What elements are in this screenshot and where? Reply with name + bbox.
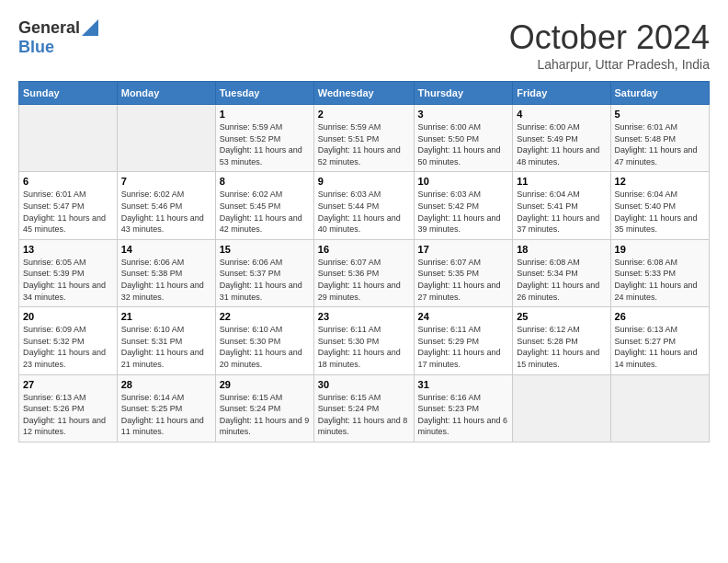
day-number: 29 bbox=[220, 379, 310, 390]
day-info: Sunrise: 6:06 AMSunset: 5:37 PMDaylight:… bbox=[220, 257, 310, 303]
calendar-cell: 15Sunrise: 6:06 AMSunset: 5:37 PMDayligh… bbox=[215, 239, 313, 306]
day-info: Sunrise: 6:02 AMSunset: 5:46 PMDaylight:… bbox=[121, 189, 211, 235]
day-number: 12 bbox=[615, 176, 705, 187]
day-number: 21 bbox=[121, 311, 211, 322]
logo-blue-text: Blue bbox=[18, 38, 54, 56]
calendar-cell: 27Sunrise: 6:13 AMSunset: 5:26 PMDayligh… bbox=[19, 374, 118, 442]
day-info: Sunrise: 6:15 AMSunset: 5:24 PMDaylight:… bbox=[318, 392, 410, 438]
calendar-cell: 3Sunrise: 6:00 AMSunset: 5:50 PMDaylight… bbox=[414, 105, 513, 172]
day-number: 23 bbox=[318, 311, 410, 322]
day-info: Sunrise: 6:09 AMSunset: 5:32 PMDaylight:… bbox=[23, 324, 113, 370]
title-block: October 2024 Laharpur, Uttar Pradesh, In… bbox=[509, 18, 710, 72]
day-info: Sunrise: 6:12 AMSunset: 5:28 PMDaylight:… bbox=[517, 324, 606, 370]
day-info: Sunrise: 6:13 AMSunset: 5:26 PMDaylight:… bbox=[23, 392, 113, 438]
day-info: Sunrise: 6:06 AMSunset: 5:38 PMDaylight:… bbox=[121, 257, 211, 303]
day-number: 10 bbox=[418, 176, 509, 187]
calendar-cell: 26Sunrise: 6:13 AMSunset: 5:27 PMDayligh… bbox=[610, 307, 709, 374]
day-number: 4 bbox=[517, 109, 606, 120]
calendar-cell: 9Sunrise: 6:03 AMSunset: 5:44 PMDaylight… bbox=[313, 172, 414, 239]
day-info: Sunrise: 6:07 AMSunset: 5:35 PMDaylight:… bbox=[418, 257, 509, 303]
calendar-cell: 19Sunrise: 6:08 AMSunset: 5:33 PMDayligh… bbox=[610, 239, 709, 306]
day-info: Sunrise: 6:03 AMSunset: 5:44 PMDaylight:… bbox=[318, 189, 410, 235]
month-title: October 2024 bbox=[509, 18, 710, 57]
day-number: 7 bbox=[121, 176, 211, 187]
day-info: Sunrise: 6:00 AMSunset: 5:50 PMDaylight:… bbox=[418, 121, 509, 167]
logo-triangle-icon bbox=[82, 19, 98, 36]
day-info: Sunrise: 6:04 AMSunset: 5:40 PMDaylight:… bbox=[615, 189, 705, 235]
day-info: Sunrise: 6:08 AMSunset: 5:33 PMDaylight:… bbox=[615, 257, 705, 303]
calendar-cell: 4Sunrise: 6:00 AMSunset: 5:49 PMDaylight… bbox=[513, 105, 610, 172]
day-number: 15 bbox=[220, 244, 310, 255]
day-info: Sunrise: 6:05 AMSunset: 5:39 PMDaylight:… bbox=[23, 257, 113, 303]
calendar-cell bbox=[610, 374, 709, 442]
day-info: Sunrise: 6:10 AMSunset: 5:31 PMDaylight:… bbox=[121, 324, 211, 370]
day-header-monday: Monday bbox=[117, 82, 215, 105]
page-header: General Blue October 2024 Laharpur, Utta… bbox=[18, 18, 710, 72]
day-header-friday: Friday bbox=[513, 82, 610, 105]
day-info: Sunrise: 6:00 AMSunset: 5:49 PMDaylight:… bbox=[517, 121, 606, 167]
calendar-cell: 13Sunrise: 6:05 AMSunset: 5:39 PMDayligh… bbox=[19, 239, 118, 306]
day-info: Sunrise: 6:15 AMSunset: 5:24 PMDaylight:… bbox=[220, 392, 310, 438]
day-number: 19 bbox=[615, 244, 705, 255]
day-number: 17 bbox=[418, 244, 509, 255]
calendar-cell bbox=[19, 105, 118, 172]
calendar-cell: 10Sunrise: 6:03 AMSunset: 5:42 PMDayligh… bbox=[414, 172, 513, 239]
calendar-cell: 6Sunrise: 6:01 AMSunset: 5:47 PMDaylight… bbox=[19, 172, 118, 239]
day-info: Sunrise: 6:13 AMSunset: 5:27 PMDaylight:… bbox=[615, 324, 705, 370]
day-number: 24 bbox=[418, 311, 509, 322]
day-info: Sunrise: 6:10 AMSunset: 5:30 PMDaylight:… bbox=[220, 324, 310, 370]
svg-marker-0 bbox=[82, 19, 98, 36]
day-number: 3 bbox=[418, 109, 509, 120]
calendar-cell: 17Sunrise: 6:07 AMSunset: 5:35 PMDayligh… bbox=[414, 239, 513, 306]
day-number: 8 bbox=[220, 176, 310, 187]
day-number: 27 bbox=[23, 379, 113, 390]
calendar-cell: 31Sunrise: 6:16 AMSunset: 5:23 PMDayligh… bbox=[414, 374, 513, 442]
day-info: Sunrise: 6:03 AMSunset: 5:42 PMDaylight:… bbox=[418, 189, 509, 235]
day-number: 31 bbox=[418, 379, 509, 390]
day-info: Sunrise: 5:59 AMSunset: 5:52 PMDaylight:… bbox=[220, 121, 310, 167]
day-number: 20 bbox=[23, 311, 113, 322]
day-number: 13 bbox=[23, 244, 113, 255]
calendar-header-row: SundayMondayTuesdayWednesdayThursdayFrid… bbox=[19, 82, 710, 105]
calendar-cell: 2Sunrise: 5:59 AMSunset: 5:51 PMDaylight… bbox=[313, 105, 414, 172]
calendar-week-row: 27Sunrise: 6:13 AMSunset: 5:26 PMDayligh… bbox=[19, 374, 710, 442]
day-info: Sunrise: 6:16 AMSunset: 5:23 PMDaylight:… bbox=[418, 392, 509, 438]
calendar-cell: 22Sunrise: 6:10 AMSunset: 5:30 PMDayligh… bbox=[215, 307, 313, 374]
day-info: Sunrise: 6:14 AMSunset: 5:25 PMDaylight:… bbox=[121, 392, 211, 438]
day-number: 6 bbox=[23, 176, 113, 187]
calendar-cell: 14Sunrise: 6:06 AMSunset: 5:38 PMDayligh… bbox=[117, 239, 215, 306]
day-number: 28 bbox=[121, 379, 211, 390]
calendar-cell bbox=[117, 105, 215, 172]
calendar-cell: 30Sunrise: 6:15 AMSunset: 5:24 PMDayligh… bbox=[313, 374, 414, 442]
location-subtitle: Laharpur, Uttar Pradesh, India bbox=[509, 57, 710, 72]
day-info: Sunrise: 6:11 AMSunset: 5:30 PMDaylight:… bbox=[318, 324, 410, 370]
day-number: 30 bbox=[318, 379, 410, 390]
day-info: Sunrise: 6:04 AMSunset: 5:41 PMDaylight:… bbox=[517, 189, 606, 235]
day-number: 22 bbox=[220, 311, 310, 322]
calendar-cell: 8Sunrise: 6:02 AMSunset: 5:45 PMDaylight… bbox=[215, 172, 313, 239]
calendar-table: SundayMondayTuesdayWednesdayThursdayFrid… bbox=[18, 81, 710, 442]
day-number: 2 bbox=[318, 109, 410, 120]
day-info: Sunrise: 6:01 AMSunset: 5:48 PMDaylight:… bbox=[615, 121, 705, 167]
day-header-thursday: Thursday bbox=[414, 82, 513, 105]
day-number: 1 bbox=[220, 109, 310, 120]
day-number: 5 bbox=[615, 109, 705, 120]
day-number: 18 bbox=[517, 244, 606, 255]
calendar-week-row: 20Sunrise: 6:09 AMSunset: 5:32 PMDayligh… bbox=[19, 307, 710, 374]
day-header-wednesday: Wednesday bbox=[313, 82, 414, 105]
day-number: 11 bbox=[517, 176, 606, 187]
calendar-cell: 28Sunrise: 6:14 AMSunset: 5:25 PMDayligh… bbox=[117, 374, 215, 442]
calendar-cell: 12Sunrise: 6:04 AMSunset: 5:40 PMDayligh… bbox=[610, 172, 709, 239]
calendar-week-row: 13Sunrise: 6:05 AMSunset: 5:39 PMDayligh… bbox=[19, 239, 710, 306]
day-header-saturday: Saturday bbox=[610, 82, 709, 105]
calendar-week-row: 1Sunrise: 5:59 AMSunset: 5:52 PMDaylight… bbox=[19, 105, 710, 172]
calendar-cell: 18Sunrise: 6:08 AMSunset: 5:34 PMDayligh… bbox=[513, 239, 610, 306]
logo: General Blue bbox=[18, 18, 98, 57]
calendar-cell: 7Sunrise: 6:02 AMSunset: 5:46 PMDaylight… bbox=[117, 172, 215, 239]
calendar-cell: 1Sunrise: 5:59 AMSunset: 5:52 PMDaylight… bbox=[215, 105, 313, 172]
day-number: 26 bbox=[615, 311, 705, 322]
calendar-cell: 16Sunrise: 6:07 AMSunset: 5:36 PMDayligh… bbox=[313, 239, 414, 306]
day-number: 25 bbox=[517, 311, 606, 322]
calendar-cell: 24Sunrise: 6:11 AMSunset: 5:29 PMDayligh… bbox=[414, 307, 513, 374]
calendar-cell: 20Sunrise: 6:09 AMSunset: 5:32 PMDayligh… bbox=[19, 307, 118, 374]
